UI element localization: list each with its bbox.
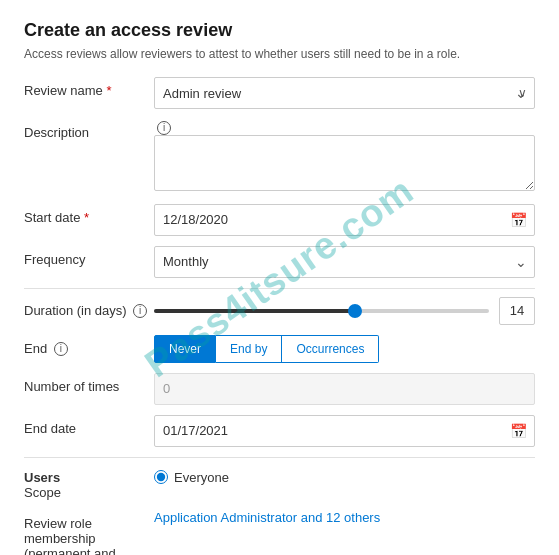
end-date-input[interactable]: [154, 415, 535, 447]
page-title: Create an access review: [24, 20, 535, 41]
scope-everyone-radio[interactable]: [154, 470, 168, 484]
review-name-row: Review name * ∨: [24, 77, 535, 109]
description-label: Description: [24, 119, 154, 140]
duration-value: 14: [499, 297, 535, 325]
number-of-times-row: Number of times: [24, 373, 535, 405]
start-date-control: 📅: [154, 204, 535, 236]
review-role-link[interactable]: Application Administrator and 12 others: [154, 510, 380, 525]
end-control: Never End by Occurrences: [154, 335, 535, 363]
start-date-required: *: [84, 210, 89, 225]
review-name-control: ∨: [154, 77, 535, 109]
description-textarea[interactable]: [154, 135, 535, 191]
frequency-label: Frequency: [24, 246, 154, 267]
duration-slider-row: 14: [154, 297, 535, 325]
end-date-row: End date 📅: [24, 415, 535, 447]
start-date-wrapper: 📅: [154, 204, 535, 236]
required-marker: *: [106, 83, 111, 98]
users-scope-label-block: Users Scope: [24, 466, 154, 500]
frequency-control: Monthly Daily Weekly Quarterly Annual: [154, 246, 535, 278]
end-row: End i Never End by Occurrences: [24, 335, 535, 363]
divider-2: [24, 457, 535, 458]
scope-everyone-label: Everyone: [174, 470, 229, 485]
duration-label: Duration (in days) i: [24, 297, 154, 319]
end-date-label: End date: [24, 415, 154, 436]
description-control: i: [154, 119, 535, 194]
end-never-button[interactable]: Never: [154, 335, 216, 363]
start-date-row: Start date * 📅: [24, 204, 535, 236]
end-btn-group: Never End by Occurrences: [154, 335, 535, 363]
review-name-input[interactable]: [154, 77, 535, 109]
start-date-input[interactable]: [154, 204, 535, 236]
review-name-label: Review name *: [24, 77, 154, 98]
users-label: Users: [24, 470, 154, 485]
end-label: End i: [24, 335, 154, 357]
end-info-icon: i: [54, 342, 68, 356]
start-date-label: Start date *: [24, 204, 154, 225]
review-name-select-wrapper: ∨: [154, 77, 535, 109]
end-date-control: 📅: [154, 415, 535, 447]
duration-slider-fill: [154, 309, 355, 313]
end-endby-button[interactable]: End by: [216, 335, 282, 363]
end-date-wrapper: 📅: [154, 415, 535, 447]
number-of-times-input[interactable]: [154, 373, 535, 405]
users-scope-control: Everyone: [154, 466, 535, 485]
divider-1: [24, 288, 535, 289]
users-scope-row: Users Scope Everyone: [24, 466, 535, 500]
frequency-row: Frequency Monthly Daily Weekly Quarterly…: [24, 246, 535, 278]
review-role-control: Application Administrator and 12 others: [154, 510, 535, 525]
duration-slider-thumb[interactable]: [348, 304, 362, 318]
duration-info-icon: i: [133, 304, 147, 318]
frequency-select-wrapper: Monthly Daily Weekly Quarterly Annual: [154, 246, 535, 278]
duration-slider-track: [154, 309, 489, 313]
duration-row: Duration (in days) i 14: [24, 297, 535, 325]
description-info-icon: i: [157, 121, 171, 135]
scope-radio-group: Everyone: [154, 466, 535, 485]
review-role-row: Review role membership (permanent and el…: [24, 510, 535, 555]
frequency-select[interactable]: Monthly Daily Weekly Quarterly Annual: [154, 246, 535, 278]
end-occurrences-button[interactable]: Occurrences: [282, 335, 379, 363]
duration-control: 14: [154, 297, 535, 325]
page-subtitle: Access reviews allow reviewers to attest…: [24, 47, 535, 61]
review-role-label: Review role membership (permanent and el…: [24, 510, 154, 555]
number-of-times-label: Number of times: [24, 373, 154, 394]
description-row: Description i: [24, 119, 535, 194]
scope-label: Scope: [24, 485, 154, 500]
number-of-times-control: [154, 373, 535, 405]
